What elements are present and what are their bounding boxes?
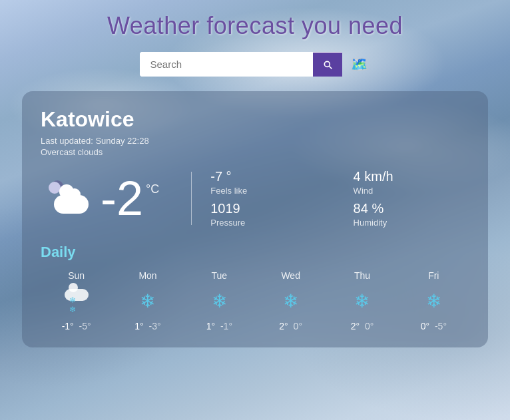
temperature-display: -2 °C [101,174,159,222]
day-temps: 2° 0° [279,321,302,331]
search-button[interactable] [313,53,342,77]
day-item-wed: Wed ❄ 2° 0° [255,270,326,331]
wind-label: Wind [354,186,469,196]
day-item-thu: Thu ❄ 2° 0° [326,270,397,331]
weather-details: -7 ° Feels like 4 km/h Wind 1019 Pressur… [210,169,469,228]
day-high: 2° [351,321,360,331]
wind-value: 4 km/h [354,169,469,184]
weather-condition: Overcast clouds [41,147,469,157]
divider [191,172,192,225]
day-label: Fri [428,270,439,281]
current-weather-icon-wrap [41,182,101,215]
day-item-mon: Mon ❄ 1° -3° [112,270,183,331]
snowflake-icon: ❄ [276,286,306,315]
temperature-unit: °C [146,182,159,196]
search-input-wrap [140,52,342,77]
snowflake-icon: ❄ [204,286,234,315]
pressure-value: 1019 [210,201,326,216]
day-high: -1° [62,321,74,331]
humidity-value: 84 % [354,201,469,216]
day-temps: 1° -1° [206,321,232,331]
daily-grid: Sun ❄ ❄ -1° -5° Mon ❄ 1° -3° Tue ❄ 1° -1… [41,270,469,331]
snowflake-icon: ❄ [348,286,377,315]
pressure-item: 1019 Pressure [210,201,326,228]
day-low: -1° [220,321,232,331]
feels-like-item: -7 ° Feels like [210,169,326,196]
pressure-label: Pressure [210,218,326,228]
map-button[interactable]: 🗺️ [348,53,371,76]
day-label: Sun [68,270,85,281]
day-temps: 0° -5° [421,321,447,331]
search-bar: 🗺️ [140,52,371,77]
search-input[interactable] [140,52,313,77]
day-low: -5° [79,321,91,331]
daily-title: Daily [41,244,469,261]
day-low: 0° [365,321,374,331]
wind-item: 4 km/h Wind [354,169,469,196]
day-item-tue: Tue ❄ 1° -1° [184,270,255,331]
cloud-moon-icon [47,182,94,215]
snowflake-icon: ❄ [419,286,448,315]
day-high: 1° [206,321,215,331]
city-name: Katowice [41,107,469,132]
feels-like-label: Feels like [210,186,326,196]
current-weather: -2 °C -7 ° Feels like 4 km/h Wind 1019 P… [41,169,469,228]
humidity-item: 84 % Humidity [354,201,469,228]
snow-dots: ❄ ❄ [69,296,84,314]
humidity-label: Humidity [354,218,469,228]
day-label: Tue [212,270,228,281]
day-item-fri: Fri ❄ 0° -5° [398,270,469,331]
day-label: Wed [281,270,300,281]
day-item-sun: Sun ❄ ❄ -1° -5° [41,270,112,331]
day-temps: -1° -5° [62,321,91,331]
map-icon: 🗺️ [350,56,368,73]
weather-card: Katowice Last updated: Sunday 22:28 Over… [22,91,488,347]
day-low: -5° [435,321,447,331]
day-label: Mon [138,270,156,281]
day-temps: 2° 0° [351,321,374,331]
last-updated: Last updated: Sunday 22:28 [41,136,469,146]
day-label: Thu [354,270,370,281]
feels-like-value: -7 ° [210,169,326,184]
day-low: -3° [149,321,161,331]
search-icon [322,59,333,70]
day-high: 1° [134,321,143,331]
day-temps: 1° -3° [134,321,160,331]
day-low: 0° [294,321,302,331]
page-title: Weather forecast you need [107,12,403,40]
temperature-value: -2 [101,174,143,222]
cloud-snow-icon: ❄ ❄ [62,286,91,315]
snowflake-icon: ❄ [133,286,162,315]
day-high: 2° [279,321,288,331]
day-high: 0° [421,321,429,331]
